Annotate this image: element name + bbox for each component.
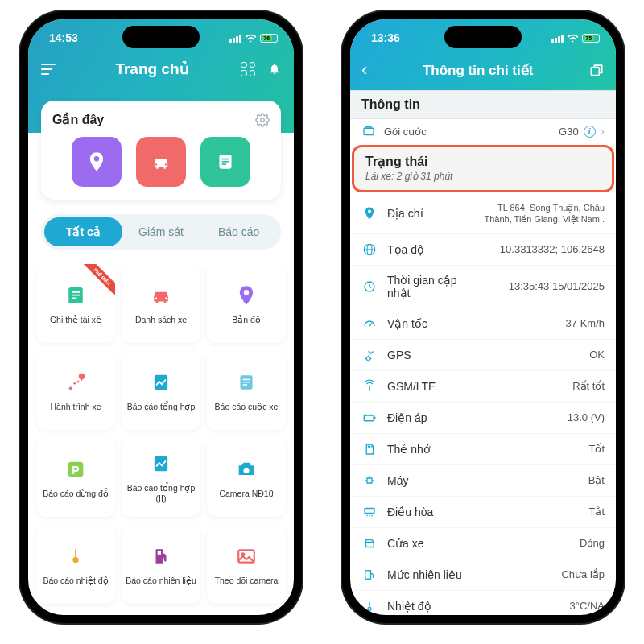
- status-time: 13:36: [371, 31, 400, 44]
- svg-rect-29: [374, 417, 375, 419]
- sd-icon: [361, 442, 378, 456]
- svg-rect-24: [364, 128, 374, 134]
- cellular-icon: [229, 34, 242, 43]
- phone-home: 14:53 76 Trang chủ: [20, 11, 302, 623]
- pin-icon: [361, 206, 378, 221]
- info-icon[interactable]: i: [584, 126, 596, 138]
- detail-label: Vận tốc: [387, 317, 471, 330]
- detail-label: Điện áp: [387, 411, 471, 424]
- doc-lines-icon: [233, 369, 259, 395]
- svg-rect-2: [222, 159, 229, 160]
- detail-row: Cửa xeĐóng: [350, 528, 616, 559]
- detail-row: Tọa độ10.3313332; 106.2648: [350, 234, 616, 266]
- grid-icon[interactable]: [241, 62, 255, 76]
- feature-summary-report[interactable]: Báo cáo tổng hợp: [122, 351, 200, 430]
- svg-rect-8: [72, 297, 76, 299]
- chevron-right-icon[interactable]: ›: [601, 124, 605, 138]
- feature-driver-card-write[interactable]: Phổ Biến Ghi thẻ tài xế: [36, 264, 115, 343]
- feature-summary-report-2[interactable]: Báo cáo tổng hợp (II): [122, 438, 200, 517]
- route-icon: [63, 369, 89, 395]
- detail-label: Địa chỉ: [387, 207, 471, 220]
- car-icon: [148, 283, 174, 308]
- row-value: G30: [559, 126, 579, 138]
- detail-label: Máy: [387, 474, 471, 487]
- chart-doc-icon: [148, 369, 174, 395]
- detail-row: GPSOK: [350, 340, 616, 371]
- device-notch: [444, 26, 522, 48]
- detail-label: Điều hòa: [387, 506, 471, 518]
- tab-all[interactable]: Tất cả: [44, 217, 122, 246]
- detail-row: Điều hòaTắt: [350, 497, 616, 528]
- feature-camera-monitor[interactable]: Theo dõi camera: [207, 525, 286, 604]
- popular-ribbon: Phổ Biến: [80, 264, 115, 299]
- detail-value: Rất tốt: [481, 380, 605, 392]
- feature-fuel-report[interactable]: Báo cáo nhiên liệu: [122, 525, 200, 604]
- feature-temp-report[interactable]: Báo cáo nhiệt độ: [36, 525, 115, 604]
- svg-rect-20: [158, 551, 161, 554]
- detail-value: 10.3313332; 106.2648: [481, 243, 605, 255]
- svg-rect-14: [243, 384, 247, 386]
- back-icon[interactable]: ‹: [361, 60, 367, 80]
- gear-icon[interactable]: [255, 113, 270, 127]
- status-right: 76: [229, 32, 279, 44]
- gauge-icon: [361, 316, 378, 331]
- detail-value: TL 864, Song Thuận, Châu Thành, Tiền Gia…: [481, 202, 605, 225]
- feature-vehicle-list[interactable]: Danh sách xe: [122, 264, 200, 343]
- feature-camera-nd10[interactable]: Camera NĐ10: [207, 438, 286, 517]
- detail-row: Điện áp13.0 (V): [350, 402, 616, 434]
- state-subtitle: Lái xe: 2 giờ 31 phút: [365, 171, 601, 182]
- title-bar: ‹ Thông tin chi tiết: [350, 56, 616, 90]
- detail-label: GSM/LTE: [387, 380, 471, 393]
- clock-icon: [361, 279, 378, 294]
- page-title: Thông tin chi tiết: [423, 62, 533, 79]
- feature-map[interactable]: Bản đồ: [207, 264, 286, 343]
- recent-tile-list[interactable]: [200, 137, 250, 187]
- engine-icon: [361, 473, 378, 488]
- tab-report[interactable]: Báo cáo: [200, 217, 278, 246]
- phone-detail: 13:36 75 ‹ Thông tin chi tiết Thông tin: [342, 11, 624, 623]
- pin-icon: [233, 283, 259, 308]
- feature-trip-report[interactable]: Báo cáo cuộc xe: [207, 351, 286, 430]
- bell-icon[interactable]: [268, 62, 281, 76]
- svg-rect-28: [364, 415, 374, 421]
- detail-value: Bật: [481, 474, 605, 486]
- svg-rect-31: [365, 570, 371, 579]
- feature-trip[interactable]: Hành trình xe: [36, 351, 115, 430]
- feature-stop-report[interactable]: P Báo cáo dừng đỗ: [36, 438, 115, 517]
- svg-point-18: [244, 467, 250, 473]
- status-time: 14:53: [49, 31, 78, 44]
- svg-point-9: [80, 374, 84, 378]
- thermometer-icon: [63, 543, 89, 569]
- battery-level: 75: [584, 35, 595, 41]
- svg-rect-6: [72, 291, 80, 293]
- share-icon[interactable]: [588, 62, 605, 78]
- wifi-icon: [245, 32, 257, 44]
- detail-list[interactable]: Địa chỉTL 864, Song Thuận, Châu Thành, T…: [350, 194, 616, 622]
- detail-value: Tắt: [481, 506, 605, 518]
- detail-row: Thời gian cập nhật13:35:43 15/01/2025: [350, 266, 616, 308]
- detail-label: Thẻ nhớ: [387, 443, 471, 456]
- battery-level: 76: [262, 35, 273, 41]
- detail-label: Thời gian cập nhật: [387, 274, 471, 299]
- recent-tile-location[interactable]: [72, 137, 122, 187]
- svg-rect-30: [365, 508, 374, 513]
- recent-tile-car[interactable]: [136, 137, 186, 187]
- detail-row: Địa chỉTL 864, Song Thuận, Châu Thành, T…: [350, 194, 616, 234]
- menu-icon[interactable]: [41, 64, 64, 75]
- detail-value: OK: [481, 349, 605, 361]
- state-highlight-box: Trạng thái Lái xe: 2 giờ 31 phút: [352, 145, 614, 192]
- detail-row: Mức nhiên liệuChưa lắp: [350, 559, 616, 591]
- detail-label: GPS: [387, 349, 471, 361]
- battv-icon: [361, 411, 378, 425]
- page-title: Trang chủ: [115, 60, 188, 78]
- detail-value: 13:35:43 15/01/2025: [481, 280, 605, 292]
- tab-monitor[interactable]: Giám sát: [122, 217, 200, 246]
- section-info: Thông tin: [350, 90, 616, 119]
- detail-row: Nhiệt độ3°C/NA: [350, 591, 616, 622]
- detail-value: 3°C/NA: [481, 600, 605, 612]
- detail-value: Đóng: [481, 537, 605, 549]
- door-icon: [361, 536, 378, 551]
- recent-title: Gần đây: [52, 112, 104, 127]
- row-package: Gói cước G30 i ›: [350, 119, 616, 143]
- svg-point-32: [368, 607, 371, 610]
